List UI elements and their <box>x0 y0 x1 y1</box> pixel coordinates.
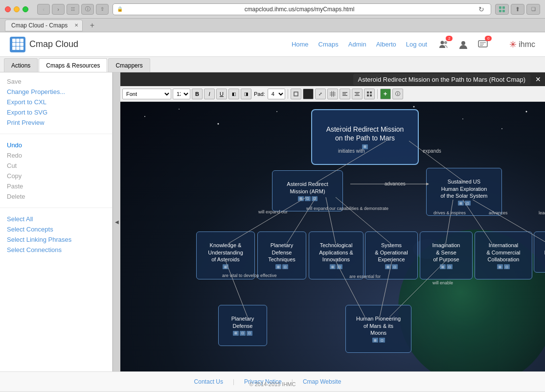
footer-contact[interactable]: Contact Us <box>194 378 223 385</box>
color-button[interactable] <box>303 89 314 99</box>
grid-button[interactable] <box>327 89 338 99</box>
sidebar-select-connections[interactable]: Select Connections <box>0 245 112 255</box>
cmap-close-button[interactable]: ✕ <box>535 75 541 83</box>
node-main[interactable]: Asteroid Redirect Missionon the Path to … <box>311 109 419 165</box>
svg-rect-19 <box>370 92 372 93</box>
tab-actions[interactable]: Actions <box>4 58 38 72</box>
nav-admin[interactable]: Admin <box>348 41 366 48</box>
size-select[interactable]: 12 <box>173 89 190 99</box>
svg-rect-3 <box>502 10 505 12</box>
tab-view-button[interactable]: ☷ <box>67 4 79 15</box>
align-center-button[interactable] <box>352 89 363 99</box>
node-ta-icon-1: ⊞ <box>330 264 336 269</box>
bold-button[interactable]: B <box>192 89 203 99</box>
header-nav: Home Cmaps Admin Alberto Log out 2 0 ✳ <box>292 38 535 51</box>
info-button[interactable]: ⓘ <box>392 89 403 99</box>
sidebar-print-preview[interactable]: Print Preview <box>0 117 112 128</box>
sidebar-change-properties[interactable]: Change Properties... <box>0 87 112 97</box>
node-international[interactable]: International& CommercialCollaboration ⊞… <box>475 231 532 279</box>
share-button-small[interactable]: ⇧ <box>96 4 109 15</box>
node-ic-icon-1: ⊞ <box>497 264 503 269</box>
node-arm[interactable]: Asteroid RedirectMission (ARM) ⊞ ⊡ ⊡ <box>272 170 343 211</box>
people-icon-wrap[interactable]: 2 <box>437 38 451 51</box>
extensions-button[interactable] <box>495 4 509 15</box>
messages-icon-wrap[interactable]: 0 <box>476 38 490 51</box>
nav-buttons: ‹ › ☷ ⓘ ⇧ <box>37 4 109 15</box>
node-pd-icon-1: ⊞ <box>233 331 239 336</box>
footer-website[interactable]: Cmap Website <box>303 378 341 385</box>
nav-logout[interactable]: Log out <box>406 41 427 48</box>
close-button[interactable] <box>5 6 11 12</box>
app-tabbar: Actions Cmaps & Resources Cmappers <box>0 57 545 72</box>
expand-button[interactable]: ⤢ <box>315 89 326 99</box>
pad-label: Pad: <box>254 91 265 97</box>
back-button[interactable]: ‹ <box>37 4 50 15</box>
text-left-button[interactable]: ◧ <box>228 89 239 99</box>
app-header: Cmap Cloud Home Cmaps Admin Alberto Log … <box>0 32 545 57</box>
people-badge: 2 <box>446 36 453 41</box>
node-scientific[interactable]: ScientificDiscoveries ⊞ ⊡ <box>534 231 545 273</box>
new-tab-button[interactable]: + <box>87 20 97 31</box>
reload-button[interactable]: ↻ <box>476 4 487 15</box>
browser-tab[interactable]: Cmap Cloud - Cmaps ✕ <box>5 20 83 31</box>
font-select[interactable]: Font <box>122 89 171 99</box>
node-so-icon-2: ⊡ <box>392 264 398 269</box>
svg-point-6 <box>461 41 465 45</box>
cmap-header: Asteroid Redirect Mission on the Path to… <box>120 72 545 86</box>
svg-point-4 <box>441 41 444 44</box>
sidebar-delete: Delete <box>0 191 112 202</box>
share-browser-button[interactable]: ⬆ <box>511 4 524 15</box>
style-button[interactable] <box>291 89 301 99</box>
sidebar: Save Change Properties... Export to CXL … <box>0 72 113 371</box>
node-imagination[interactable]: Imagination& Senseof Purpose ⊞ ⊡ <box>420 231 473 279</box>
sidebar-export-cxl[interactable]: Export to CXL <box>0 97 112 107</box>
sidebar-select-all[interactable]: Select All <box>0 214 112 224</box>
sidebar-undo[interactable]: Undo <box>0 140 112 150</box>
sidebar-select-linking[interactable]: Select Linking Phrases <box>0 234 112 245</box>
node-arm-label: Asteroid RedirectMission (ARM) <box>287 181 328 194</box>
align-left-button[interactable] <box>340 89 350 99</box>
node-pt-icon-1: ⊞ <box>275 264 281 269</box>
node-human-pioneering[interactable]: Human Pioneeringof Mars & itsMoons ⊞ ⊡ <box>345 305 411 353</box>
text-right-button[interactable]: ◨ <box>241 89 251 99</box>
svg-rect-21 <box>370 94 372 96</box>
sidebar-section-select: Select All Select Concepts Select Linkin… <box>0 210 112 259</box>
address-bar[interactable]: 🔒 cmapcloud.ihmc.us/cmaps/myCmaps.html ↻ <box>113 3 491 15</box>
forward-button[interactable]: › <box>52 4 65 15</box>
tab-cmappers[interactable]: Cmappers <box>108 58 150 72</box>
nav-user[interactable]: Alberto <box>376 41 396 48</box>
italic-button[interactable]: I <box>204 89 215 99</box>
traffic-lights <box>5 6 28 12</box>
layout-button[interactable] <box>364 89 375 99</box>
node-tech-apps-icons: ⊞ ⊡ <box>313 264 359 269</box>
cmap-canvas[interactable]: Asteroid Redirect Missionon the Path to … <box>120 102 545 371</box>
sidebar-export-svg[interactable]: Export to SVG <box>0 107 112 117</box>
sidebar-section-file: Save Change Properties... Export to CXL … <box>0 72 112 132</box>
sidebar-select-concepts[interactable]: Select Concepts <box>0 224 112 234</box>
profile-icon-wrap[interactable] <box>456 38 470 51</box>
node-planetary-defense[interactable]: PlanetaryDefense ⊞ ⊡ ⊡ <box>218 305 267 346</box>
nav-cmaps[interactable]: Cmaps <box>318 41 339 48</box>
tab-close-icon[interactable]: ✕ <box>74 23 78 28</box>
node-planetary-tech[interactable]: PlanetaryDefenseTechniques ⊞ ⊡ <box>257 231 306 279</box>
node-systems-icons: ⊞ ⊡ <box>369 264 413 269</box>
node-systems-ops[interactable]: Systems& OperationalExperience ⊞ ⊡ <box>365 231 418 279</box>
underline-button[interactable]: U <box>216 89 227 99</box>
sidebar-collapse-button[interactable]: ◀ <box>113 72 120 371</box>
header-icons: 2 0 <box>437 38 490 51</box>
tab-cmaps-resources[interactable]: Cmaps & Resources <box>39 58 107 72</box>
sidebar-cut: Cut <box>0 161 112 171</box>
fullscreen-button[interactable]: ❏ <box>526 4 540 15</box>
pad-select[interactable]: 4 <box>268 89 285 99</box>
add-button[interactable]: + <box>380 89 391 99</box>
node-knowledge[interactable]: Knowledge &Understandingof Asteroids ⊞ <box>196 231 255 279</box>
node-sustained[interactable]: Sustained USHuman Explorationof the Sola… <box>426 168 502 216</box>
nav-home[interactable]: Home <box>292 41 309 48</box>
info-button[interactable]: ⓘ <box>81 4 94 15</box>
minimize-button[interactable] <box>14 6 20 12</box>
svg-point-5 <box>444 41 447 44</box>
maximize-button[interactable] <box>23 6 28 12</box>
node-tech-apps[interactable]: TechnologicalApplications &Innovations ⊞… <box>309 231 363 279</box>
sidebar-section-edit: Undo Redo Cut Copy Paste Delete <box>0 136 112 206</box>
sidebar-copy: Copy <box>0 171 112 181</box>
